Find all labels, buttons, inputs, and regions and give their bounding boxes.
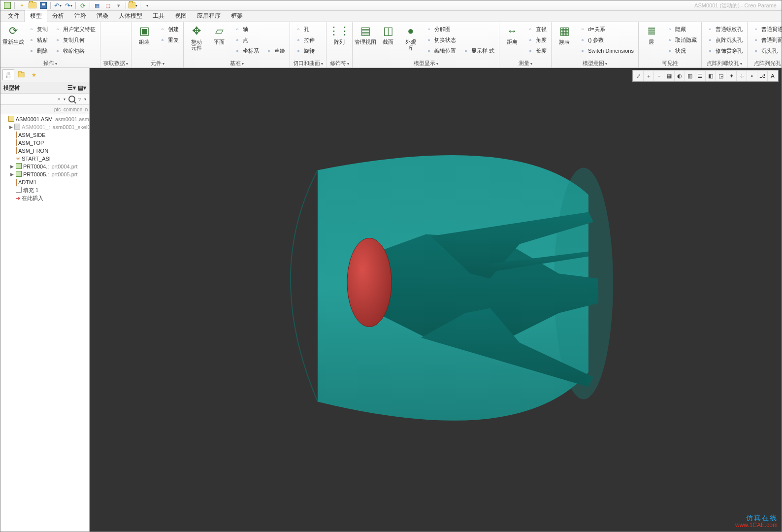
csys-display-icon[interactable]: ⎇ (757, 71, 768, 81)
ribbon-smallbtn-8-0-0[interactable]: ▫d=关系 (577, 24, 635, 34)
point-display-icon[interactable]: • (747, 71, 757, 81)
ribbon-bigbtn-0-0[interactable]: ⟳重新生成 (3, 23, 23, 45)
ribbon-bigbtn-3-0[interactable]: ✥拖动元件 (187, 23, 206, 51)
shade-icon[interactable]: ◐ (675, 71, 685, 81)
axis-display-icon[interactable]: ⊹ (737, 71, 747, 81)
ribbon-smallbtn-6-1-2[interactable]: ▫显示样 式 (460, 46, 496, 56)
expander-icon[interactable]: ▶ (9, 125, 13, 130)
refit-icon[interactable]: ⤢ (633, 71, 644, 81)
ribbon-bigbtn-7-0[interactable]: ↔距离 (502, 23, 522, 45)
side-tab-fav[interactable]: ★ (28, 69, 40, 80)
ribbon-bigbtn-6-1[interactable]: ◫截面 (378, 23, 398, 45)
model-tree[interactable]: ASM0001.ASMasm0001.asm▶ASM0001_:asm0001_… (0, 114, 89, 532)
qat-undo-button[interactable]: ↶▾ (53, 1, 63, 10)
ribbon-bigbtn-9-0[interactable]: ≣层 (642, 23, 661, 45)
qat-folder2-button[interactable]: ▾ (128, 1, 138, 10)
ribbon-smallbtn-0-0-0[interactable]: ▫复制 (26, 24, 49, 34)
ribbon-smallbtn-0-0-1[interactable]: ▫粘贴 (26, 35, 49, 45)
ribbon-smallbtn-3-0-0[interactable]: ▫轴 (232, 24, 261, 34)
ribbon-smallbtn-2-0-0[interactable]: ▫创建 (157, 24, 180, 34)
display-style-icon[interactable]: ◧ (706, 71, 716, 81)
ribbon-smallbtn-2-0-1[interactable]: ▫重复 (157, 35, 180, 45)
ribbon-smallbtn-7-0-0[interactable]: ▫直径 (525, 24, 548, 34)
ribbon-smallbtn-8-0-2[interactable]: ▫Switch Dimensions (577, 46, 635, 56)
tree-node-7[interactable]: ▶PRT0005.:prt0005.prt (0, 170, 89, 178)
qat-open-button[interactable] (28, 1, 37, 10)
expander-icon[interactable]: ▶ (9, 172, 14, 177)
ribbon-smallbtn-0-1-1[interactable]: ▫复制几何 (52, 35, 97, 45)
ribbon-smallbtn-4-0-0[interactable]: ▫孔 (293, 24, 316, 34)
ribbon-smallbtn-6-0-0[interactable]: ▫分解图 (424, 24, 457, 34)
ribbon-smallbtn-7-0-1[interactable]: ▫角度 (525, 35, 548, 45)
dropdown-icon[interactable]: ▾ (64, 97, 65, 101)
tree-node-9[interactable]: 填充 1 (0, 186, 89, 194)
tree-node-2[interactable]: ASM_SIDE (0, 131, 89, 139)
ribbon-smallbtn-9-0-0[interactable]: ▫隐藏 (664, 24, 698, 34)
ribbon-smallbtn-4-0-1[interactable]: ▫拉伸 (293, 35, 316, 45)
qat-regen-button[interactable]: ⟳ (78, 1, 88, 10)
side-tab-folder[interactable] (15, 69, 27, 80)
menu-tab-1[interactable]: 模型 (25, 10, 47, 22)
ribbon-smallbtn-10-0-1[interactable]: ▫点阵沉头孔 (705, 35, 744, 45)
qat-customize-button[interactable]: ▾ (142, 1, 152, 10)
zoom-out-icon[interactable]: － (654, 71, 664, 81)
ribbon-bigbtn-6-0[interactable]: ▤管理视图 (356, 23, 375, 45)
menu-tab-0[interactable]: 文件 (2, 10, 25, 22)
filter-icon[interactable]: ▿ (78, 96, 81, 102)
clear-icon[interactable]: × (58, 96, 61, 102)
ribbon-smallbtn-10-0-0[interactable]: ▫普通螺纹孔 (705, 24, 744, 34)
ribbon-bigbtn-8-0[interactable]: ▦族表 (554, 23, 574, 45)
search-icon[interactable] (68, 96, 75, 102)
qat-options-button[interactable]: ▾ (114, 1, 124, 10)
tree-node-1[interactable]: ▶ASM0001_:asm0001_skel000 (0, 123, 89, 131)
qat-windows-button[interactable]: ▦ (92, 1, 102, 10)
ribbon-smallbtn-8-0-1[interactable]: ▫() 参数 (577, 35, 635, 45)
ribbon-smallbtn-7-0-2[interactable]: ▫长度 (525, 46, 548, 56)
tree-node-10[interactable]: ➔在此插入 (0, 194, 89, 202)
menu-tab-6[interactable]: 工具 (147, 10, 170, 22)
tree-node-3[interactable]: ASM_TOP (0, 139, 89, 147)
ribbon-smallbtn-11-0-0[interactable]: ▫普通贯通 (750, 24, 782, 34)
ribbon-bigbtn-3-1[interactable]: ▱平面 (209, 23, 229, 45)
ribbon-smallbtn-3-0-2[interactable]: ▫坐标系 (232, 46, 261, 56)
ribbon-smallbtn-3-1-2[interactable]: ▫草绘 (263, 46, 287, 56)
ribbon-smallbtn-0-1-2[interactable]: ▫收缩包络 (52, 46, 97, 56)
tree-show-icon[interactable]: ▤▾ (78, 84, 86, 91)
options-icon[interactable]: ▾ (84, 97, 86, 101)
menu-tab-2[interactable]: 分析 (47, 10, 69, 22)
ribbon-bigbtn-5-0[interactable]: ⋮⋮阵列 (329, 23, 349, 45)
saved-views-icon[interactable]: ▥ (685, 71, 695, 81)
ribbon-smallbtn-9-0-2[interactable]: ▫状况 (664, 46, 698, 56)
ribbon-smallbtn-11-0-2[interactable]: ▫沉头孔 (750, 46, 782, 56)
tree-node-5[interactable]: ✳START_ASI (0, 155, 89, 163)
repaint-icon[interactable]: ▦ (664, 71, 675, 81)
side-tab-tree[interactable]: ░ (2, 69, 14, 80)
datum-display-icon[interactable]: ✦ (726, 71, 737, 81)
tree-node-6[interactable]: ▶PRT0004.:prt0004.prt (0, 163, 89, 170)
ribbon-smallbtn-9-0-1[interactable]: ▫取消隐藏 (664, 35, 698, 45)
ribbon-smallbtn-3-0-1[interactable]: ▫点 (232, 35, 261, 45)
zoom-in-icon[interactable]: ＋ (644, 71, 654, 81)
qat-app-icon[interactable] (2, 1, 12, 10)
qat-new-button[interactable]: ✦ (17, 1, 27, 10)
qat-save-button[interactable] (38, 1, 48, 10)
expander-icon[interactable]: ▶ (9, 164, 14, 169)
ribbon-smallbtn-11-0-1[interactable]: ▫普通到面 (750, 35, 782, 45)
annotation-display-icon[interactable]: A (768, 71, 778, 81)
menu-tab-8[interactable]: 应用程序 (192, 10, 226, 22)
menu-tab-3[interactable]: 注释 (69, 10, 92, 22)
ribbon-smallbtn-0-1-0[interactable]: ▫用户定义特征 (52, 24, 97, 34)
ribbon-bigbtn-2-0[interactable]: ▣组装 (134, 23, 154, 45)
ribbon-bigbtn-6-2[interactable]: ●外观库 (401, 23, 421, 51)
qat-close-button[interactable]: ▢ (103, 1, 113, 10)
tree-node-4[interactable]: ASM_FRON (0, 147, 89, 155)
ribbon-smallbtn-4-0-2[interactable]: ▫旋转 (293, 46, 316, 56)
menu-tab-4[interactable]: 渲染 (91, 10, 114, 22)
menu-tab-5[interactable]: 人体模型 (113, 10, 148, 22)
ribbon-smallbtn-6-0-1[interactable]: ▫切换状态 (424, 35, 457, 45)
ribbon-smallbtn-10-0-2[interactable]: ▫修饰贯穿孔 (705, 46, 744, 56)
ribbon-smallbtn-6-0-2[interactable]: ▫编辑位置 (424, 46, 457, 56)
tree-node-0[interactable]: ASM0001.ASMasm0001.asm (0, 115, 89, 123)
view-manager-icon[interactable]: ☰ (695, 71, 706, 81)
menu-tab-9[interactable]: 框架 (226, 10, 248, 22)
